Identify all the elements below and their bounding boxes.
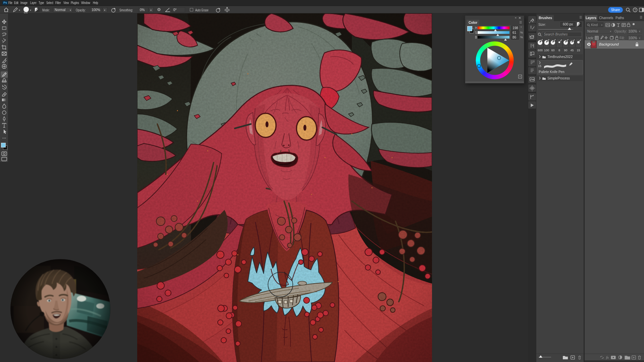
svg-text:600: 600 <box>538 49 543 52</box>
svg-text:45: 45 <box>570 49 574 52</box>
svg-text:15: 15 <box>577 49 580 52</box>
svg-text:100: 100 <box>544 49 549 52</box>
svg-text:90: 90 <box>564 49 567 52</box>
svg-text:60: 60 <box>551 49 554 52</box>
svg-text:fx: fx <box>606 355 609 359</box>
svg-text:8: 8 <box>558 49 560 52</box>
svg-text:?: ? <box>634 8 636 12</box>
